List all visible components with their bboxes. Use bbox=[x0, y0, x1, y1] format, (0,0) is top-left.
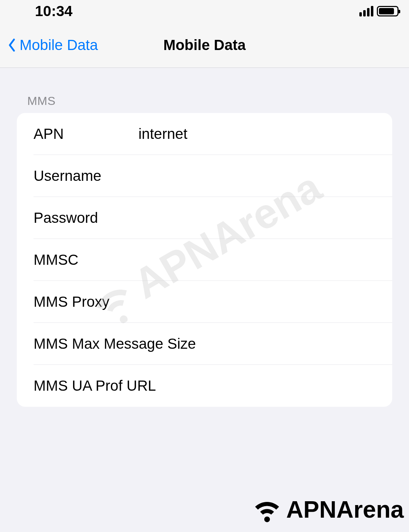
apn-label: APN bbox=[34, 126, 117, 142]
mms-ua-label: MMS UA Prof URL bbox=[34, 377, 382, 394]
chevron-left-icon bbox=[8, 38, 15, 52]
password-input[interactable] bbox=[117, 210, 382, 226]
cellular-signal-icon bbox=[359, 6, 373, 16]
mms-max-label: MMS Max Message Size bbox=[34, 335, 382, 352]
wifi-icon bbox=[251, 494, 283, 525]
username-label: Username bbox=[34, 168, 117, 184]
mmsc-input[interactable] bbox=[117, 251, 382, 268]
back-label: Mobile Data bbox=[20, 37, 98, 54]
page-title: Mobile Data bbox=[163, 37, 246, 54]
username-row[interactable]: Username bbox=[17, 155, 392, 197]
password-row[interactable]: Password bbox=[17, 197, 392, 239]
mms-proxy-row[interactable]: MMS Proxy bbox=[17, 281, 392, 323]
mmsc-label: MMSC bbox=[34, 251, 117, 268]
back-button[interactable]: Mobile Data bbox=[0, 37, 98, 54]
mms-settings-group: APN Username Password MMSC MMS P bbox=[17, 113, 392, 407]
content-area: MMS APN Username Password MMSC bbox=[0, 68, 409, 407]
mms-proxy-input[interactable] bbox=[117, 293, 382, 310]
mms-max-row[interactable]: MMS Max Message Size bbox=[17, 323, 392, 365]
status-bar: 10:34 bbox=[0, 0, 409, 22]
status-icons bbox=[359, 6, 399, 16]
mms-proxy-label: MMS Proxy bbox=[34, 293, 117, 310]
apn-row[interactable]: APN bbox=[17, 113, 392, 155]
mms-ua-row[interactable]: MMS UA Prof URL bbox=[17, 365, 392, 407]
footer-logo: APNArena bbox=[251, 494, 404, 525]
mmsc-row[interactable]: MMSC bbox=[17, 239, 392, 281]
apn-input[interactable] bbox=[117, 126, 382, 142]
battery-icon bbox=[377, 6, 399, 16]
username-input[interactable] bbox=[117, 168, 382, 184]
password-label: Password bbox=[34, 210, 117, 226]
section-header-mms: MMS bbox=[17, 68, 392, 113]
navigation-bar: Mobile Data Mobile Data bbox=[0, 22, 409, 68]
footer-logo-text: APNArena bbox=[286, 496, 404, 523]
svg-point-0 bbox=[264, 517, 270, 522]
status-time: 10:34 bbox=[35, 3, 72, 20]
